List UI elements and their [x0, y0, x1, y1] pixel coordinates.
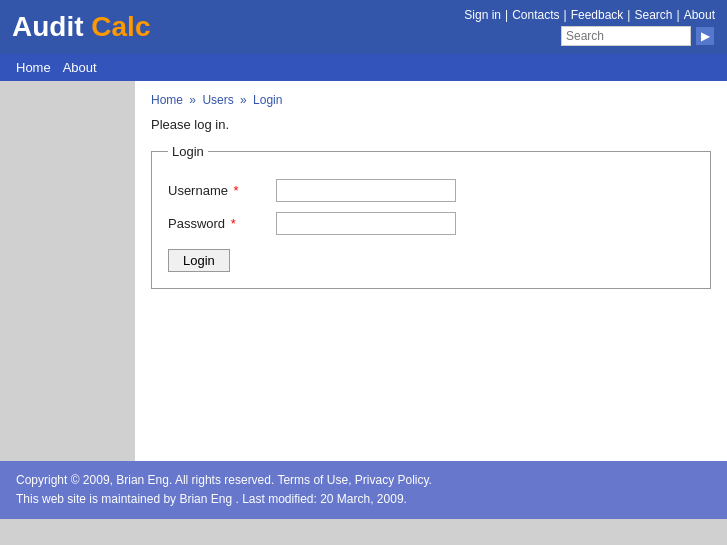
sidebar	[0, 81, 135, 461]
content-wrapper: Home » Users » Login Please log in. Logi…	[0, 81, 727, 461]
footer: Copyright © 2009, Brian Eng. All rights …	[0, 461, 727, 519]
search-input[interactable]	[561, 26, 691, 46]
logo: Audit Calc	[12, 11, 150, 43]
about-link[interactable]: About	[684, 8, 715, 22]
login-fieldset: Login Username * Password * Login	[151, 144, 711, 289]
nav-sep-3: |	[627, 8, 630, 22]
breadcrumb-login[interactable]: Login	[253, 93, 282, 107]
footer-last-modified: . Last modified: 20 March, 2009.	[235, 492, 406, 506]
breadcrumb: Home » Users » Login	[151, 93, 711, 107]
password-input[interactable]	[276, 212, 456, 235]
breadcrumb-sep-1: »	[189, 93, 199, 107]
logo-audit-text: Audit	[12, 11, 84, 42]
logo-calc-text: Calc	[91, 11, 150, 42]
password-label: Password *	[168, 216, 268, 231]
footer-line1: Copyright © 2009, Brian Eng. All rights …	[16, 471, 711, 490]
top-nav: Sign in | Contacts | Feedback | Search |…	[464, 8, 715, 22]
search-row: ▶	[561, 26, 715, 46]
footer-copyright: Copyright © 2009, Brian Eng. All rights …	[16, 473, 274, 487]
header-right: Sign in | Contacts | Feedback | Search |…	[464, 8, 715, 46]
username-required: *	[234, 183, 239, 198]
main-content: Home » Users » Login Please log in. Logi…	[135, 81, 727, 461]
nav-sep-4: |	[677, 8, 680, 22]
header: Audit Calc Sign in | Contacts | Feedback…	[0, 0, 727, 54]
nav-sep-2: |	[564, 8, 567, 22]
nav-sep-1: |	[505, 8, 508, 22]
nav-home-link[interactable]: Home	[12, 58, 55, 77]
footer-maintained-text: This web site is maintained by	[16, 492, 176, 506]
feedback-link[interactable]: Feedback	[571, 8, 624, 22]
contacts-link[interactable]: Contacts	[512, 8, 559, 22]
footer-maintainer-link[interactable]: Brian Eng	[179, 492, 232, 506]
login-button[interactable]: Login	[168, 249, 230, 272]
footer-privacy-link[interactable]: Privacy Policy	[355, 473, 429, 487]
please-login-text: Please log in.	[151, 117, 711, 132]
breadcrumb-home[interactable]: Home	[151, 93, 183, 107]
password-row: Password *	[168, 212, 694, 235]
search-go-icon: ▶	[701, 30, 709, 43]
footer-terms-link[interactable]: Terms of Use	[277, 473, 348, 487]
search-go-button[interactable]: ▶	[695, 26, 715, 46]
login-legend: Login	[168, 144, 208, 159]
username-label: Username *	[168, 183, 268, 198]
navbar: Home About	[0, 54, 727, 81]
username-input[interactable]	[276, 179, 456, 202]
password-required: *	[231, 216, 236, 231]
search-link[interactable]: Search	[634, 8, 672, 22]
footer-line2: This web site is maintained by Brian Eng…	[16, 490, 711, 509]
breadcrumb-users[interactable]: Users	[202, 93, 233, 107]
nav-about-link[interactable]: About	[59, 58, 101, 77]
breadcrumb-sep-2: »	[240, 93, 250, 107]
sign-in-link[interactable]: Sign in	[464, 8, 501, 22]
username-row: Username *	[168, 179, 694, 202]
